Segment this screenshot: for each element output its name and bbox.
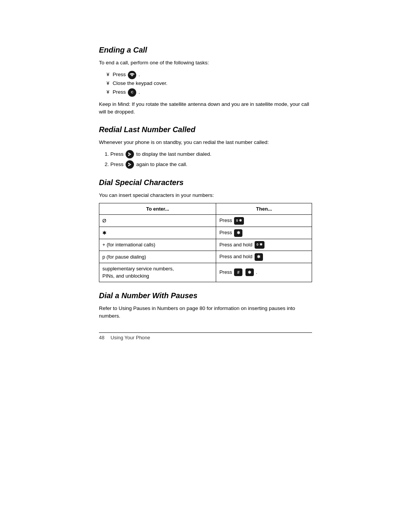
redial-step-1-text: Press (110, 151, 125, 157)
table-row: ✱ Press ✱ (99, 227, 312, 239)
send-icon-1 (126, 150, 134, 158)
table-cell-enter-2: ✱ (99, 227, 216, 239)
bullet-press-clr-text: Press (113, 89, 127, 95)
clr-icon: C (128, 88, 136, 97)
section-dial-special: Dial Special Characters You can insert s… (99, 178, 312, 282)
footer-section-title: Using Your Phone (110, 335, 150, 340)
key-star-1: ✱ (234, 229, 242, 237)
redial-title: Redial Last Number Called (99, 125, 312, 134)
dial-special-intro: You can insert special characters in you… (99, 192, 312, 199)
table-cell-then-2: Press ✱ (216, 227, 312, 239)
redial-step-2-text: Press (110, 161, 125, 167)
bullet-press-clr: Press C . (107, 88, 312, 97)
ending-a-call-bullets: Press . Close the keypad cover. Press C … (107, 70, 312, 97)
table-header-row: To enter... Then... (99, 203, 312, 215)
section-dial-pauses: Dial a Number With Pauses Refer to Using… (99, 291, 312, 320)
bullet-end-period: . (139, 72, 140, 77)
redial-step-2-suffix: again to place the call. (136, 161, 187, 167)
footer-page-number: 48 (99, 335, 104, 340)
key-hash: # (234, 268, 242, 276)
ending-a-call-intro: To end a call, perform one of the follow… (99, 59, 312, 67)
bullet-close-keypad: Close the keypad cover. (107, 79, 312, 88)
press-label-5: Press (219, 269, 233, 275)
table-row: + (for international calls) Press and ho… (99, 239, 312, 251)
special-chars-table: To enter... Then... Ø Press 0 ✱ ✱ Press (99, 203, 312, 282)
press-hold-label-1: Press and hold (219, 242, 253, 248)
bullet-clr-period: . (139, 89, 140, 95)
dial-pauses-title: Dial a Number With Pauses (99, 291, 312, 300)
table-cell-enter-4: p (for pause dialing) (99, 251, 216, 263)
table-cell-then-4: Press and hold ✱ (216, 251, 312, 263)
table-row: p (for pause dialing) Press and hold ✱ (99, 251, 312, 263)
table-cell-then-5: Press # ✱ . (216, 263, 312, 282)
keep-in-mind-text: Keep in Mind: If you rotate the satellit… (99, 101, 312, 116)
redial-steps: Press to display the last number dialed.… (110, 150, 312, 169)
table-cell-enter-3: + (for international calls) (99, 239, 216, 251)
press-label-2: Press (219, 230, 233, 235)
table-row: supplementary service numbers,PINs, and … (99, 263, 312, 282)
page: Ending a Call To end a call, perform one… (76, 0, 335, 359)
table-cell-then-3: Press and hold 0 ✱ (216, 239, 312, 251)
press-hold-label-2: Press and hold (219, 254, 253, 259)
key-0star-1: 0 ✱ (234, 217, 244, 225)
ending-a-call-title: Ending a Call (99, 46, 312, 54)
bullet-press-end: Press . (107, 70, 312, 79)
redial-step-1-suffix: to display the last number dialed. (136, 151, 211, 157)
key-0star-2: 0 ✱ (255, 241, 264, 249)
end-call-icon-1 (128, 71, 136, 79)
bullet-press-end-text: Press (113, 72, 127, 77)
key-star-3: ✱ (245, 268, 254, 276)
col-header-then: Then... (216, 203, 312, 215)
redial-step-2: Press again to place the call. (110, 160, 312, 169)
dial-pauses-intro: Refer to Using Pauses in Numbers on page… (99, 305, 312, 320)
col-header-enter: To enter... (99, 203, 216, 215)
section-redial: Redial Last Number Called Whenever your … (99, 125, 312, 169)
key-star-2: ✱ (255, 253, 263, 261)
redial-step-1: Press to display the last number dialed. (110, 150, 312, 159)
press-label-1: Press (219, 217, 233, 223)
table-cell-enter-1: Ø (99, 215, 216, 227)
section-ending-a-call: Ending a Call To end a call, perform one… (99, 46, 312, 116)
table-cell-then-1: Press 0 ✱ (216, 215, 312, 227)
dial-special-title: Dial Special Characters (99, 178, 312, 187)
table-cell-enter-5: supplementary service numbers,PINs, and … (99, 263, 216, 282)
send-icon-2 (126, 160, 134, 169)
page-footer: 48 Using Your Phone (99, 332, 312, 340)
table-row: Ø Press 0 ✱ (99, 215, 312, 227)
redial-intro: Whenever your phone is on standby, you c… (99, 139, 312, 146)
press-period-5: . (256, 269, 258, 275)
